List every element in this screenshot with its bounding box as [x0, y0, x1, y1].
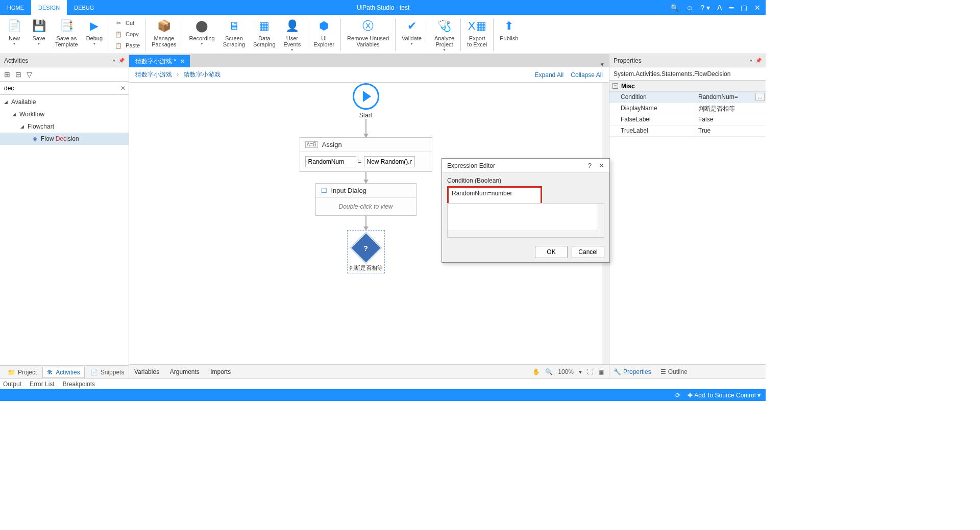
- dialog-body: Condition (Boolean) RandomNum=number: [442, 173, 609, 242]
- zoom-value[interactable]: 100%: [558, 368, 574, 375]
- crumb-1[interactable]: 猜数字小游戏: [184, 71, 220, 78]
- cut-button[interactable]: ✂Cut: [114, 18, 140, 28]
- prop-row-falselabel[interactable]: FalseLabelFalse: [609, 114, 766, 125]
- recording-button[interactable]: ⬤Recording▼: [185, 17, 219, 53]
- breakpoints-tab[interactable]: Breakpoints: [63, 381, 95, 388]
- help-icon[interactable]: ? ▾: [700, 4, 710, 12]
- overview-icon[interactable]: ▦: [598, 368, 604, 375]
- input-dialog-activity[interactable]: ☐Input Dialog Double-click to view: [315, 183, 416, 216]
- collapse-ribbon-icon[interactable]: ᐱ: [717, 4, 722, 12]
- expression-editor-dialog: Expression Editor ? ✕ Condition (Boolean…: [442, 158, 610, 263]
- collapse-icon[interactable]: ⊟: [15, 70, 21, 79]
- publish-button[interactable]: ⬆Publish: [496, 17, 522, 53]
- prop-autohide-icon[interactable]: ▾: [750, 58, 752, 63]
- assign-activity[interactable]: A=BAssign =: [300, 137, 432, 172]
- pan-icon[interactable]: ✋: [532, 368, 540, 375]
- sync-icon[interactable]: ⟳: [675, 392, 680, 399]
- expand-all-link[interactable]: Expand All: [535, 71, 564, 79]
- data-scraping-button[interactable]: ▦Data Scraping: [249, 17, 279, 53]
- variables-link[interactable]: Variables: [134, 368, 159, 375]
- minimize-icon[interactable]: ━: [729, 4, 733, 12]
- arguments-link[interactable]: Arguments: [170, 368, 200, 375]
- fit-icon[interactable]: ⛶: [587, 368, 593, 375]
- breadcrumb: 猜数字小游戏 › 猜数字小游戏 Expand All Collapse All: [129, 67, 609, 83]
- doc-tab-main[interactable]: 猜数字小游戏 * ✕: [129, 55, 190, 67]
- close-doc-icon[interactable]: ✕: [180, 58, 185, 65]
- crumb-0[interactable]: 猜数字小游戏: [135, 71, 172, 78]
- debug-button[interactable]: ▶Debug▼: [82, 17, 107, 53]
- outline-tab[interactable]: ☰Outline: [660, 368, 688, 375]
- prop-row-displayname[interactable]: DisplayName判断是否相等: [609, 103, 766, 114]
- document-tabs: 猜数字小游戏 * ✕ ▼: [129, 54, 609, 67]
- close-icon[interactable]: ✕: [754, 4, 761, 12]
- tab-snippets[interactable]: 📄Snippets: [86, 367, 129, 378]
- expression-input[interactable]: RandomNum=number: [447, 186, 542, 205]
- tree-flow-decision[interactable]: ◈Flow Decision: [0, 133, 129, 145]
- tab-home[interactable]: HOME: [0, 0, 31, 15]
- error-list-tab[interactable]: Error List: [30, 381, 55, 388]
- validate-button[interactable]: ✔Validate▼: [398, 17, 426, 53]
- cancel-button[interactable]: Cancel: [572, 246, 604, 258]
- feedback-icon[interactable]: ☺: [686, 4, 693, 12]
- tab-debug[interactable]: DEBUG: [67, 0, 101, 15]
- add-source-control[interactable]: ✚ Add To Source Control ▾: [688, 392, 761, 399]
- save-button[interactable]: 💾Save▼: [27, 17, 51, 53]
- tab-activities[interactable]: 🛠Activities: [42, 367, 84, 378]
- properties-tab[interactable]: 🔧Properties: [614, 368, 651, 375]
- ui-explorer-button[interactable]: ⬢UI Explorer: [309, 17, 338, 53]
- window-title: UiPath Studio - test: [101, 0, 665, 15]
- start-node[interactable]: [353, 83, 379, 110]
- new-button[interactable]: 📄New▼: [2, 17, 27, 53]
- output-tab[interactable]: Output: [3, 381, 21, 388]
- properties-footer-tabs: 🔧Properties ☰Outline: [609, 364, 766, 378]
- export-to-excel-button[interactable]: X▦Export to Excel: [463, 17, 491, 53]
- filter-icon[interactable]: ▽: [27, 70, 32, 79]
- collapse-all-link[interactable]: Collapse All: [571, 71, 603, 79]
- save-as-template-button[interactable]: 📑Save as Template: [51, 17, 82, 53]
- expression-area[interactable]: [447, 203, 604, 238]
- prop-pin-icon[interactable]: 📌: [755, 58, 762, 63]
- tree-available[interactable]: ◢Available: [0, 96, 129, 108]
- properties-header: Properties ▾ 📌: [609, 54, 766, 67]
- prop-row-condition[interactable]: ConditionRandomNum=…: [609, 92, 766, 103]
- flow-decision-activity[interactable]: ? 判断是否相等: [347, 230, 385, 273]
- decision-label: 判断是否相等: [349, 264, 383, 272]
- prop-group-misc[interactable]: −Misc: [609, 81, 766, 92]
- paste-button[interactable]: 📋Paste: [114, 40, 140, 51]
- imports-link[interactable]: Imports: [210, 368, 231, 375]
- user-events-button[interactable]: 👤User Events▼: [280, 17, 305, 53]
- ok-button[interactable]: OK: [535, 246, 568, 258]
- analyze-project-button[interactable]: 🩺Analyze Project▼: [430, 17, 458, 53]
- pin-icon[interactable]: 📌: [118, 58, 125, 63]
- search-icon[interactable]: 🔍: [670, 4, 679, 12]
- input-dialog-body: Double-click to view: [316, 198, 416, 215]
- prop-ellipsis-button[interactable]: …: [755, 93, 765, 101]
- title-right-icons: 🔍 ☺ ? ▾ ᐱ ━ ▢ ✕: [665, 0, 766, 15]
- search-input[interactable]: [3, 84, 120, 93]
- assign-to-input[interactable]: [305, 156, 356, 167]
- tab-design[interactable]: DESIGN: [31, 0, 67, 15]
- dialog-help-icon[interactable]: ?: [588, 162, 592, 169]
- manage-packages-button[interactable]: 📦Manage Packages: [148, 17, 180, 53]
- copy-button[interactable]: 📋Copy: [114, 29, 140, 39]
- activities-header: Activities ▾ 📌: [0, 54, 129, 67]
- expand-icon[interactable]: ⊞: [4, 70, 10, 79]
- tab-project[interactable]: 📁Project: [3, 367, 41, 378]
- tree-flowchart[interactable]: ◢Flowchart: [0, 120, 129, 133]
- maximize-icon[interactable]: ▢: [741, 4, 747, 12]
- autohide-icon[interactable]: ▾: [113, 58, 115, 63]
- screen-scraping-button[interactable]: 🖥Screen Scraping: [219, 17, 249, 53]
- assign-value-input[interactable]: [364, 156, 415, 167]
- clear-search-icon[interactable]: ✕: [120, 85, 126, 92]
- tree-workflow[interactable]: ◢Workflow: [0, 108, 129, 120]
- activities-tree: ◢Available ◢Workflow ◢Flowchart ◈Flow De…: [0, 95, 129, 365]
- prop-header-icons: ▾ 📌: [750, 58, 762, 63]
- activities-header-label: Activities: [4, 57, 28, 64]
- dialog-close-icon[interactable]: ✕: [599, 162, 604, 169]
- zoom-dropdown[interactable]: ▾: [579, 368, 582, 375]
- zoom-icon[interactable]: 🔍: [545, 368, 553, 375]
- prop-row-truelabel[interactable]: TrueLabelTrue: [609, 125, 766, 137]
- remove-unused-variables-button[interactable]: ⓧRemove Unused Variables: [343, 17, 393, 53]
- doc-tabs-dropdown[interactable]: ▼: [596, 62, 609, 67]
- input-dialog-header: ☐Input Dialog: [316, 184, 416, 198]
